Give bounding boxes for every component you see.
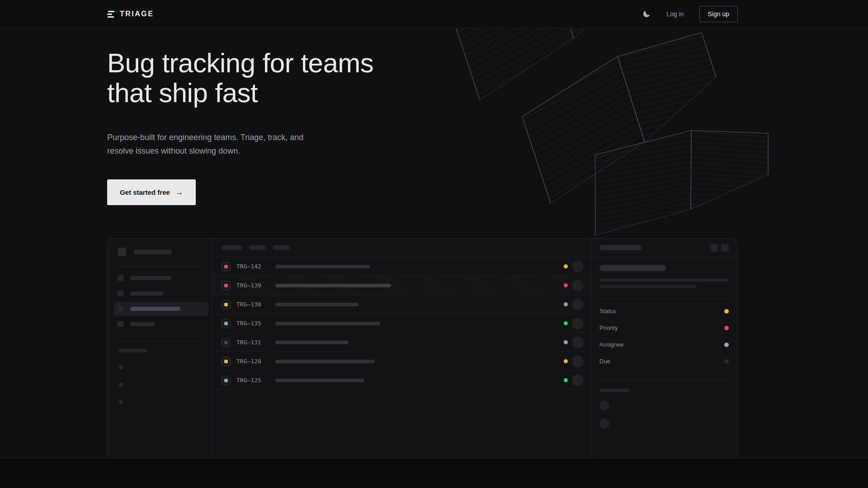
sidebar-item-icon (118, 321, 123, 327)
avatar (572, 337, 584, 348)
moon-icon (642, 9, 651, 19)
sidebar-footer-dots (118, 366, 205, 404)
property-label: Priority (599, 324, 618, 331)
issue-type-dot (224, 303, 228, 306)
issue-type-dot (224, 341, 228, 344)
sidebar-nav-item[interactable] (114, 302, 208, 316)
panel-action-button[interactable] (710, 244, 718, 252)
sidebar-nav (118, 271, 205, 331)
property-value-dot (724, 309, 729, 314)
status-dot (564, 302, 568, 306)
avatar (572, 261, 584, 272)
sidebar-item-icon (118, 275, 123, 281)
sidebar-dot (119, 383, 123, 387)
issue-row[interactable]: TRG–142 (212, 257, 591, 276)
issue-row[interactable]: TRG–138 (212, 295, 591, 314)
footer (0, 458, 868, 488)
issue-row[interactable]: TRG–135 (212, 314, 591, 333)
issue-type-icon (222, 262, 231, 271)
app-mockup-card: TRG–142TRG–139TRG–138TRG–135TRG–131TRG–1… (107, 238, 737, 458)
signup-button[interactable]: Sign up (699, 6, 738, 22)
property-row[interactable]: Due (599, 353, 729, 370)
panel-divider (599, 380, 729, 381)
issue-type-icon (222, 357, 231, 366)
mockup-issue-list: TRG–142TRG–139TRG–138TRG–135TRG–131TRG–1… (212, 239, 591, 458)
status-dot (564, 378, 568, 382)
panel-title-skeleton (599, 245, 642, 250)
login-link[interactable]: Log in (666, 10, 684, 18)
sidebar-item-label-skeleton (130, 307, 180, 311)
issue-title-skeleton (275, 341, 349, 344)
issue-row[interactable]: TRG–131 (212, 333, 591, 352)
top-nav: TRIAGE Log in Sign up (0, 0, 868, 28)
triage-logo-icon (107, 11, 114, 18)
description-line-skeleton (599, 285, 697, 288)
workspace-icon (118, 248, 126, 256)
property-value-dot (724, 326, 729, 330)
brand[interactable]: TRIAGE (107, 10, 154, 18)
hero-title: Bug tracking for teams that ship fast (107, 48, 868, 108)
sidebar-dot (119, 400, 123, 404)
issue-type-dot (224, 265, 228, 268)
issue-row[interactable]: TRG–139 (212, 276, 591, 295)
arrow-right-icon: → (175, 188, 183, 197)
issue-type-dot (224, 379, 228, 382)
sidebar-item-label-skeleton (130, 322, 155, 326)
property-value-dot (724, 343, 729, 347)
theme-toggle-button[interactable] (642, 9, 651, 19)
brand-name: TRIAGE (120, 10, 154, 18)
hero-section: Bug tracking for teams that ship fast Pu… (0, 28, 868, 458)
status-dot (564, 264, 568, 268)
issue-title-skeleton (275, 322, 380, 325)
issue-id: TRG–142 (236, 263, 264, 270)
issue-title-skeleton (275, 360, 375, 363)
issue-row[interactable]: TRG–128 (212, 352, 591, 371)
workspace-switcher[interactable] (118, 248, 205, 256)
panel-action-button[interactable] (721, 244, 729, 252)
comment-avatar (599, 418, 609, 428)
sidebar-section-label-skeleton (118, 349, 147, 352)
status-dot (564, 283, 568, 287)
sidebar-nav-item[interactable] (114, 286, 208, 300)
issue-type-dot (224, 284, 228, 287)
status-dot (564, 321, 568, 325)
issue-title-skeleton (275, 379, 364, 382)
toolbar-filter-skeleton[interactable] (273, 245, 290, 250)
mockup-detail-panel: StatusPriorityAssigneeDue (591, 239, 737, 458)
sidebar-nav-item[interactable] (114, 271, 208, 285)
panel-divider (599, 299, 729, 299)
sidebar-nav-item[interactable] (114, 317, 208, 331)
property-row[interactable]: Priority (599, 319, 729, 336)
issue-row[interactable]: TRG–125 (212, 371, 591, 390)
status-dot (564, 359, 568, 363)
avatar (572, 280, 584, 291)
property-row[interactable]: Assignee (599, 336, 729, 353)
comment-avatar (599, 400, 609, 410)
avatar (572, 356, 584, 367)
issue-title-skeleton (599, 265, 666, 271)
list-toolbar (212, 239, 591, 257)
sidebar-item-label-skeleton (130, 291, 163, 296)
issue-title-skeleton (275, 284, 391, 287)
issue-type-icon (222, 338, 231, 347)
issue-type-dot (224, 322, 228, 325)
hero-subtitle: Purpose-built for engineering teams. Tri… (107, 131, 324, 158)
sidebar-item-label-skeleton (130, 276, 171, 280)
issue-title-skeleton (275, 303, 359, 306)
avatar (572, 299, 584, 310)
property-row[interactable]: Status (599, 303, 729, 319)
avatar (572, 375, 584, 386)
issue-type-dot (224, 360, 228, 363)
get-started-button[interactable]: Get started free → (107, 179, 196, 205)
workspace-name-skeleton (134, 249, 172, 254)
detail-panel-header (591, 239, 737, 257)
issue-id: TRG–138 (236, 301, 264, 308)
toolbar-filter-skeleton[interactable] (249, 245, 266, 250)
sidebar-item-icon (118, 291, 123, 296)
issue-id: TRG–131 (236, 339, 264, 346)
toolbar-filter-skeleton[interactable] (222, 245, 242, 250)
issue-id: TRG–139 (236, 282, 264, 289)
sidebar-divider (118, 266, 205, 267)
mockup-sidebar (108, 239, 212, 458)
issue-type-icon (222, 319, 231, 328)
